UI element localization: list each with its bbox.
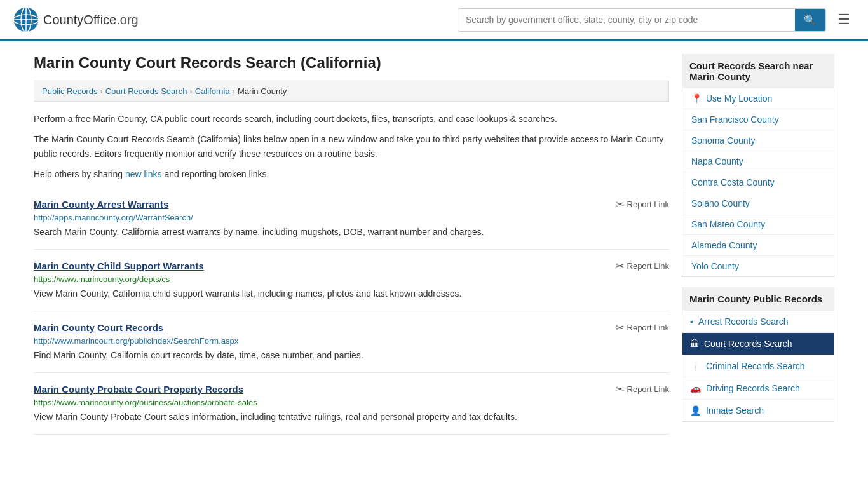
sidebar-item-alameda: Alameda County [682,235,834,256]
sidebar-public-records-title: Marin County Public Records [682,287,834,311]
sidebar-nearby-list: 📍 Use My Location San Francisco County S… [682,88,834,277]
result-url: https://www.marincounty.org/depts/cs [34,274,669,284]
result-url: http://www.marincourt.org/publicindex/Se… [34,336,669,346]
result-link[interactable]: Marin County Child Support Warrants [34,261,204,271]
sidebar-records-criminal: ❕ Criminal Records Search [682,355,834,377]
criminal-icon: ❕ [690,361,701,371]
sidebar-item-san-mateo: San Mateo County [682,214,834,235]
logo-text: CountyOffice.org [43,13,139,27]
arrest-icon: ▪ [690,316,693,327]
sidebar-item-solano: Solano County [682,193,834,214]
sidebar-nearby-title: Court Records Search near Marin County [682,54,834,88]
search-button[interactable]: 🔍 [795,9,825,31]
main-content: Marin County Court Records Search (Calif… [34,54,669,435]
result-title: Marin County Child Support Warrants [34,261,204,271]
result-description: View Marin County Probate Court sales in… [34,410,669,424]
sidebar-item-sf: San Francisco County [682,109,834,130]
result-link[interactable]: Marin County Court Records [34,322,163,333]
scissors-icon: ✂ [616,198,624,210]
court-icon: 🏛 [690,339,699,349]
result-item: Marin County Court Records ✂ Report Link… [34,311,669,373]
sidebar-public-records-list: ▪ Arrest Records Search 🏛 Court Records … [682,311,834,422]
result-item: Marin County Arrest Warrants ✂ Report Li… [34,188,669,250]
breadcrumb-court-records-search[interactable]: Court Records Search [105,86,187,96]
pin-icon: 📍 [691,93,702,104]
sidebar: Court Records Search near Marin County 📍… [682,54,834,435]
breadcrumb-california[interactable]: California [195,86,230,96]
sidebar-records-driving: 🚗 Driving Records Search [682,377,834,400]
intro-paragraph-1: Perform a free Marin County, CA public c… [34,112,669,126]
use-location-link[interactable]: 📍 Use My Location [682,88,834,109]
report-link-button[interactable]: ✂ Report Link [616,198,669,210]
scissors-icon: ✂ [616,260,624,272]
site-header: CountyOffice.org 🔍 ☰ [0,0,868,41]
sidebar-item-yolo: Yolo County [682,256,834,276]
page-title: Marin County Court Records Search (Calif… [34,54,669,72]
logo-icon [13,6,39,33]
inmate-icon: 👤 [690,405,701,416]
result-title: Marin County Court Records [34,322,163,333]
new-links-link[interactable]: new links [125,169,162,179]
search-input[interactable] [458,10,795,30]
driving-icon: 🚗 [690,383,701,393]
result-url: https://www.marincounty.org/business/auc… [34,398,669,407]
scissors-icon: ✂ [616,322,624,334]
header-right: 🔍 ☰ [458,8,855,32]
result-description: Search Marin County, California arrest w… [34,226,669,239]
sidebar-records-court: 🏛 Court Records Search [682,333,834,355]
report-link-button[interactable]: ✂ Report Link [616,383,669,395]
result-link[interactable]: Marin County Arrest Warrants [34,199,168,210]
result-url: http://apps.marincounty.org/WarrantSearc… [34,213,669,222]
breadcrumb-public-records[interactable]: Public Records [42,86,97,96]
search-bar: 🔍 [458,8,826,32]
result-link[interactable]: Marin County Probate Court Property Reco… [34,384,243,395]
page-container: Marin County Court Records Search (Calif… [21,41,847,447]
sidebar-item-sonoma: Sonoma County [682,130,834,151]
breadcrumb-marin-county: Marin County [238,86,287,96]
breadcrumb: Public Records › Court Records Search › … [34,81,669,102]
report-link-button[interactable]: ✂ Report Link [616,260,669,272]
report-link-button[interactable]: ✂ Report Link [616,322,669,334]
sidebar-records-inmate: 👤 Inmate Search [682,400,834,421]
hamburger-menu-button[interactable]: ☰ [832,9,855,30]
result-item: Marin County Child Support Warrants ✂ Re… [34,250,669,311]
sidebar-item-napa: Napa County [682,151,834,172]
logo-area: CountyOffice.org [13,6,139,33]
result-title: Marin County Arrest Warrants [34,199,168,210]
intro-paragraph-2: The Marin County Court Records Search (C… [34,132,669,161]
sidebar-records-arrest: ▪ Arrest Records Search [682,311,834,333]
sidebar-item-contra-costa: Contra Costa County [682,172,834,193]
result-item: Marin County Probate Court Property Reco… [34,373,669,435]
intro-paragraph-3: Help others by sharing new links and rep… [34,167,669,181]
result-description: Find Marin County, California court reco… [34,349,669,362]
result-title: Marin County Probate Court Property Reco… [34,384,243,395]
result-description: View Marin County, California child supp… [34,287,669,301]
scissors-icon: ✂ [616,383,624,395]
sidebar-use-location-item: 📍 Use My Location [682,88,834,109]
results-list: Marin County Arrest Warrants ✂ Report Li… [34,188,669,435]
